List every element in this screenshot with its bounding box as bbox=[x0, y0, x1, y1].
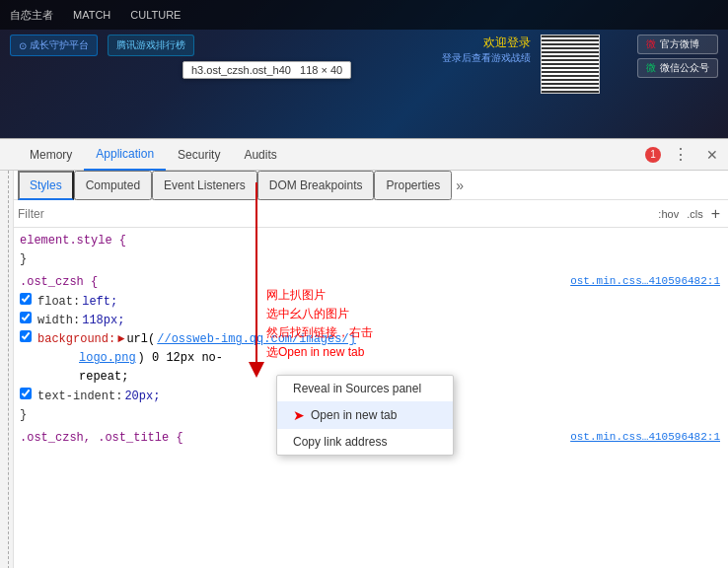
filter-cls-button[interactable]: .cls bbox=[687, 208, 703, 220]
guardian-label: 成长守护平台 bbox=[30, 38, 89, 52]
css-brace-close-1: } bbox=[20, 252, 27, 266]
context-menu: Reveal in Sources panel ➤ Open in new ta… bbox=[276, 375, 454, 456]
devtools-close-area: 1 ⋮ ✕ bbox=[645, 143, 724, 166]
filter-input[interactable] bbox=[18, 207, 650, 221]
devtools-close-button[interactable]: ✕ bbox=[700, 145, 724, 165]
qr-code bbox=[541, 35, 600, 94]
css-prop-text-indent: text-indent: bbox=[37, 388, 122, 406]
css-value-text-indent: 20px; bbox=[124, 388, 160, 406]
filter-hov-button[interactable]: :hov bbox=[658, 208, 679, 220]
tab-memory[interactable]: Memory bbox=[18, 139, 84, 171]
tooltip-selector: h3.ost_czsh.ost_h40 bbox=[191, 64, 291, 76]
tooltip-size: 118 × 40 bbox=[300, 64, 342, 76]
css-brace-close-2: } bbox=[20, 408, 27, 422]
devtools-main-tabs: Memory Application Security Audits 1 ⋮ ✕ bbox=[0, 139, 728, 171]
wechat-label: 微信公众号 bbox=[660, 61, 709, 75]
sub-tab-properties[interactable]: Properties bbox=[374, 171, 452, 200]
context-menu-item-copy-link[interactable]: Copy link address bbox=[277, 429, 453, 455]
css-value-float: left; bbox=[82, 293, 117, 312]
sub-tab-more-button[interactable]: » bbox=[456, 178, 464, 193]
weibo-btn[interactable]: 微 官方微博 bbox=[637, 35, 718, 54]
open-new-tab-label: Open in new tab bbox=[311, 408, 397, 422]
nav-item-1[interactable]: 自恋主者 bbox=[10, 8, 53, 23]
css-selector-element-style: element.style { bbox=[20, 234, 126, 248]
social-icons: 微 官方微博 微 微信公众号 bbox=[637, 35, 718, 78]
welcome-text: 欢迎登录 bbox=[483, 35, 531, 51]
copy-link-label: Copy link address bbox=[293, 435, 387, 449]
error-badge: 1 bbox=[645, 147, 661, 163]
context-menu-arrow-icon: ➤ bbox=[293, 407, 305, 423]
source-link-2[interactable]: ost.min.css…410596482:1 bbox=[570, 429, 720, 447]
css-value-background-arrow: ► bbox=[117, 330, 124, 349]
reveal-label: Reveal in Sources panel bbox=[293, 382, 421, 395]
css-selector-ost-czsh-title: .ost_czsh, .ost_title { bbox=[20, 431, 183, 445]
red-arrow-annotation bbox=[197, 173, 316, 390]
weibo-label: 官方微博 bbox=[660, 37, 699, 51]
source-link-1[interactable]: ost.min.css…410596482:1 bbox=[570, 273, 720, 291]
wechat-icon: 微 bbox=[646, 61, 656, 75]
weibo-icon: 微 bbox=[646, 37, 656, 51]
context-menu-item-reveal[interactable]: Reveal in Sources panel bbox=[277, 376, 453, 401]
element-tooltip: h3.ost_czsh.ost_h40 118 × 40 bbox=[182, 61, 351, 79]
wechat-btn[interactable]: 微 微信公众号 bbox=[637, 58, 718, 78]
css-checkbox-float[interactable] bbox=[20, 293, 32, 305]
platform-buttons: ⊙ 成长守护平台 腾讯游戏排行榜 bbox=[10, 35, 194, 56]
top-navigation: 自恋主者 MATCH CULTURE bbox=[0, 0, 728, 30]
tab-application[interactable]: Application bbox=[84, 139, 166, 171]
css-bg-repeat: repeat; bbox=[79, 368, 128, 387]
browser-top-area: 自恋主者 MATCH CULTURE ⊙ 成长守护平台 腾讯游戏排行榜 欢迎登录… bbox=[0, 0, 728, 138]
css-prop-float: float: bbox=[37, 293, 80, 312]
nav-item-match[interactable]: MATCH bbox=[73, 9, 110, 21]
tencent-label: 腾讯游戏排行榜 bbox=[116, 38, 185, 52]
css-rule-element-style: element.style { } bbox=[20, 232, 720, 269]
tab-audits[interactable]: Audits bbox=[232, 139, 288, 171]
login-link[interactable]: 登录后查看游戏战绩 bbox=[442, 51, 531, 65]
css-value-url-prefix: url( bbox=[126, 330, 155, 349]
css-checkbox-text-indent[interactable] bbox=[20, 388, 32, 399]
filter-bar: :hov .cls + bbox=[0, 200, 728, 228]
qr-image bbox=[542, 36, 599, 93]
tab-security[interactable]: Security bbox=[166, 139, 232, 171]
css-checkbox-width[interactable] bbox=[20, 312, 32, 323]
tencent-ranking-btn[interactable]: 腾讯游戏排行榜 bbox=[108, 35, 194, 56]
guardian-platform-btn[interactable]: ⊙ 成长守护平台 bbox=[10, 35, 98, 56]
sub-tab-computed[interactable]: Computed bbox=[74, 171, 152, 200]
css-checkbox-background[interactable] bbox=[20, 330, 32, 342]
sub-tab-styles[interactable]: Styles bbox=[18, 171, 74, 200]
devtools-menu-button[interactable]: ⋮ bbox=[667, 143, 694, 166]
css-value-width: 118px; bbox=[82, 312, 124, 330]
css-prop-background: background: bbox=[37, 330, 115, 349]
filter-plus-button[interactable]: + bbox=[711, 205, 720, 223]
css-selector-ost-czsh: .ost_czsh { bbox=[20, 275, 98, 289]
devtools-sub-tabs: Styles Computed Event Listeners DOM Brea… bbox=[0, 171, 728, 200]
css-url-link-2[interactable]: logo.png bbox=[79, 349, 136, 368]
context-menu-item-open-new-tab[interactable]: ➤ Open in new tab bbox=[277, 401, 453, 429]
css-prop-width: width: bbox=[37, 312, 80, 330]
nav-item-culture[interactable]: CULTURE bbox=[130, 9, 181, 21]
guardian-icon: ⊙ bbox=[19, 40, 27, 51]
